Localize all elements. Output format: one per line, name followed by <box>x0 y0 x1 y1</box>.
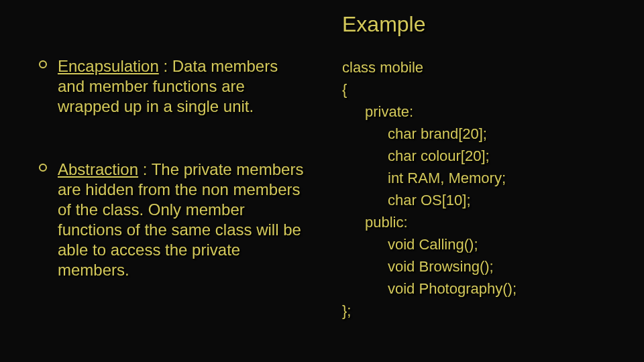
bullet-abstraction: Abstraction : The private members are hi… <box>58 160 306 280</box>
term-abstraction: Abstraction <box>58 160 138 178</box>
code-line: void Photography(); <box>342 278 617 300</box>
code-line: }; <box>342 300 617 322</box>
code-line: { <box>342 78 617 101</box>
code-line: char OS[10]; <box>342 189 617 211</box>
code-line: int RAM, Memory; <box>342 167 617 189</box>
slide: Example Encapsulation : Data members and… <box>0 0 644 362</box>
code-line: char brand[20]; <box>342 123 617 145</box>
term-encapsulation: Encapsulation <box>58 57 159 75</box>
code-line: char colour[20]; <box>342 145 617 167</box>
bullet-encapsulation: Encapsulation : Data members and member … <box>58 56 306 117</box>
code-line: public: <box>342 211 617 233</box>
bullet-ring-icon <box>39 60 47 68</box>
left-column: Encapsulation : Data members and member … <box>58 56 306 323</box>
code-block: class mobile { private: char brand[20]; … <box>342 56 617 322</box>
code-line: private: <box>342 101 617 123</box>
code-line: void Calling(); <box>342 233 617 255</box>
slide-title: Example <box>342 12 426 37</box>
bullet-ring-icon <box>39 164 47 172</box>
code-line: class mobile <box>342 56 617 78</box>
code-line: void Browsing(); <box>342 255 617 278</box>
